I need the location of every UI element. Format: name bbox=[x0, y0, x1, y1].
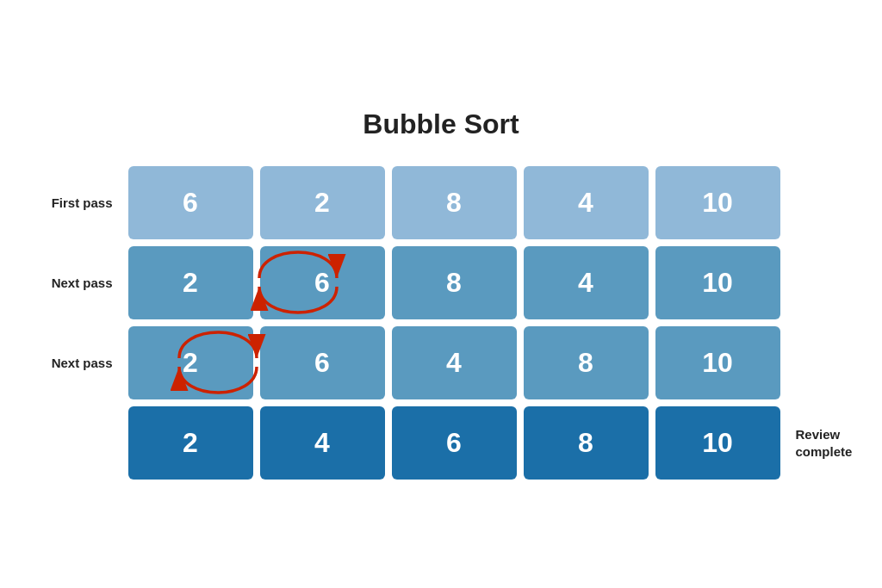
cell-3-3: 4 bbox=[392, 326, 517, 399]
row-3-label: Next pass bbox=[27, 356, 121, 370]
cell-2-4: 4 bbox=[524, 246, 649, 319]
cell-4-3: 6 bbox=[392, 406, 517, 480]
row-4: 2 4 6 8 10 Review complete bbox=[27, 406, 856, 480]
row-1-label: First pass bbox=[27, 195, 121, 210]
row-2-label: Next pass bbox=[27, 275, 121, 290]
main-container: Bubble Sort First pass 6 2 8 4 10 Next p… bbox=[27, 108, 856, 480]
cell-4-2: 4 bbox=[260, 406, 385, 480]
cell-3-4: 8 bbox=[524, 326, 649, 399]
row-1: First pass 6 2 8 4 10 bbox=[27, 166, 856, 239]
cell-2-1: 2 bbox=[128, 246, 253, 319]
cell-1-3: 8 bbox=[392, 166, 517, 239]
sort-grid: First pass 6 2 8 4 10 Next pass 2 6 8 4 … bbox=[27, 166, 856, 480]
cell-1-2: 2 bbox=[260, 166, 385, 239]
cell-4-4: 8 bbox=[524, 406, 649, 480]
cell-3-2: 6 bbox=[260, 326, 385, 399]
cell-4-5: 10 bbox=[655, 406, 780, 480]
page-title: Bubble Sort bbox=[363, 108, 519, 140]
cell-2-2: 6 bbox=[260, 246, 385, 319]
row-2: Next pass 2 6 8 4 10 bbox=[27, 246, 856, 319]
cell-3-5: 10 bbox=[655, 326, 780, 399]
cell-2-3: 8 bbox=[392, 246, 517, 319]
cell-2-5: 10 bbox=[655, 246, 780, 319]
cell-3-1: 2 bbox=[128, 326, 253, 399]
row-4-suffix: Review complete bbox=[787, 426, 856, 460]
cell-1-1: 6 bbox=[128, 166, 253, 239]
row-3: Next pass 2 6 4 8 10 bbox=[27, 326, 856, 399]
cell-4-1: 2 bbox=[128, 406, 253, 480]
cell-1-4: 4 bbox=[524, 166, 649, 239]
cell-1-5: 10 bbox=[655, 166, 780, 239]
